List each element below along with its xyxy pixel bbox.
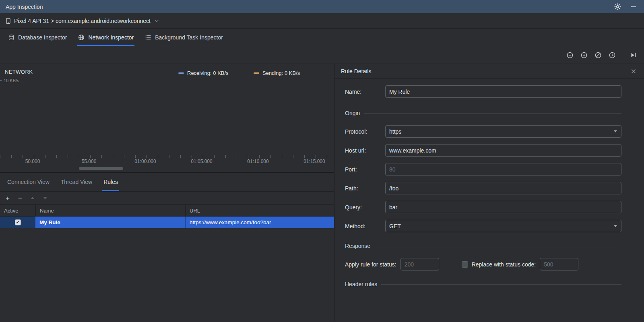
rule-url-cell: https://www.example.com/foo?bar (185, 217, 334, 228)
move-rule-down-icon[interactable] (43, 197, 47, 199)
rule-active-cell: ✓ (0, 217, 35, 228)
apply-rule-for-status-label: Apply rule for status: (345, 261, 396, 268)
tab-rules[interactable]: Rules (98, 173, 124, 191)
network-timeline-panel: NETWORK 10 KB/s Receiving: 0 KB/s Sendin… (0, 64, 334, 322)
header-rules-section-label: Header rules (345, 281, 377, 287)
method-label: Method: (345, 223, 385, 229)
tab-label: Database Inspector (18, 34, 67, 41)
tab-database-inspector[interactable]: Database Inspector (2, 29, 72, 46)
globe-icon (78, 34, 85, 41)
time-tick-label: 01:00.000 (134, 159, 156, 164)
rule-details-title: Rule Details (341, 68, 371, 74)
section-divider (374, 246, 621, 246)
tab-label: Connection View (7, 179, 50, 185)
replace-status-code-field[interactable] (540, 258, 578, 270)
inspector-tab-bar: Database Inspector Network Inspector Bac… (0, 29, 644, 46)
response-status-row: Apply rule for status: Replace with stat… (345, 258, 621, 270)
time-tick-label: 50.000 (25, 159, 40, 164)
checkmark-icon: ✓ (16, 220, 19, 225)
y-axis-label: 10 KB/s (4, 78, 19, 83)
path-label: Path: (345, 185, 385, 192)
network-chart[interactable]: NETWORK 10 KB/s Receiving: 0 KB/s Sendin… (0, 64, 334, 173)
tab-label: Rules (103, 179, 118, 185)
clock-icon[interactable] (607, 50, 617, 60)
port-label: Port: (345, 166, 385, 173)
dropdown-arrow-icon (614, 130, 617, 132)
device-phone-icon (5, 18, 11, 24)
rule-active-checkbox[interactable]: ✓ (15, 219, 21, 225)
legend-label: Sending: 0 KB/s (262, 70, 300, 76)
window-title: App Inspection (6, 4, 43, 10)
origin-section: Origin (345, 110, 621, 116)
title-bar: App Inspection (0, 0, 644, 13)
method-dropdown[interactable]: GET (385, 220, 621, 232)
database-icon (8, 34, 14, 41)
section-divider (381, 284, 621, 285)
response-section: Response (345, 243, 621, 249)
rule-details-header: Rule Details (334, 64, 644, 79)
tab-thread-view[interactable]: Thread View (55, 173, 98, 191)
reset-zoom-icon[interactable] (593, 50, 603, 60)
status-code-field[interactable] (400, 258, 439, 270)
dropdown-arrow-icon (614, 225, 617, 227)
column-header-url[interactable]: URL (185, 205, 334, 216)
chart-title: NETWORK (5, 69, 33, 75)
protocol-dropdown[interactable]: https (385, 125, 621, 138)
tab-label: Network Inspector (88, 34, 134, 41)
settings-gear-icon[interactable] (613, 2, 622, 12)
zoom-out-icon[interactable] (565, 50, 575, 60)
device-process-bar: Pixel 4 API 31 > com.example.android.net… (0, 13, 644, 29)
toolbar-separator (623, 52, 623, 59)
zoom-in-icon[interactable] (579, 50, 589, 60)
replace-with-status-code-label: Replace with status code: (472, 261, 536, 268)
host-url-field[interactable] (385, 144, 621, 157)
query-label: Query: (345, 204, 385, 211)
minimize-icon[interactable] (629, 2, 638, 12)
rules-table-header: Active Name URL (0, 205, 334, 217)
column-header-name[interactable]: Name (35, 205, 185, 216)
time-tick-label: 01:05.000 (191, 159, 212, 164)
response-section-label: Response (345, 243, 370, 249)
add-rule-icon[interactable]: + (6, 195, 10, 202)
network-inspector-toolbar (0, 46, 644, 64)
receiving-color-swatch (178, 72, 184, 74)
rules-toolbar: + − (0, 192, 334, 205)
path-field[interactable] (385, 182, 621, 194)
tab-background-task-inspector[interactable]: Background Task Inspector (139, 29, 229, 46)
section-divider (364, 113, 621, 114)
sending-color-swatch (254, 72, 259, 74)
timeline-scrollbar-thumb[interactable] (79, 167, 123, 170)
time-axis-ticks (0, 155, 334, 158)
name-label: Name: (345, 89, 385, 95)
tab-label: Background Task Inspector (155, 34, 223, 41)
time-tick-label: 55.000 (82, 159, 97, 164)
query-field[interactable] (385, 201, 621, 213)
go-to-live-icon[interactable] (629, 50, 638, 60)
column-header-active[interactable]: Active (0, 205, 35, 216)
time-tick-label: 01:15.000 (303, 159, 325, 164)
task-list-icon (145, 34, 151, 41)
time-tick-label: 01:10.000 (247, 159, 268, 164)
tab-label: Thread View (61, 179, 92, 185)
legend-receiving: Receiving: 0 KB/s (178, 70, 229, 76)
table-row[interactable]: ✓ My Rule https://www.example.com/foo?ba… (0, 217, 334, 228)
legend-sending: Sending: 0 KB/s (254, 70, 300, 76)
replace-status-checkbox[interactable] (462, 261, 468, 268)
method-value: GET (389, 223, 401, 229)
close-icon[interactable] (630, 67, 638, 75)
tab-network-inspector[interactable]: Network Inspector (72, 29, 139, 46)
rule-details-panel: Rule Details Name: Origin Protocol: http… (334, 64, 644, 322)
header-rules-section: Header rules (345, 281, 621, 287)
port-field[interactable] (385, 163, 621, 175)
rule-details-form: Name: Origin Protocol: https Host url: P… (334, 79, 644, 296)
host-url-label: Host url: (345, 147, 385, 154)
device-process-selector[interactable]: Pixel 4 API 31 > com.example.android.net… (14, 18, 151, 24)
protocol-label: Protocol: (345, 128, 385, 135)
origin-section-label: Origin (345, 110, 360, 116)
name-field[interactable] (385, 85, 621, 98)
move-rule-up-icon[interactable] (31, 197, 35, 199)
remove-rule-icon[interactable]: − (18, 195, 22, 202)
rule-name-cell: My Rule (35, 217, 185, 228)
tab-connection-view[interactable]: Connection View (2, 173, 55, 191)
protocol-value: https (389, 128, 401, 135)
